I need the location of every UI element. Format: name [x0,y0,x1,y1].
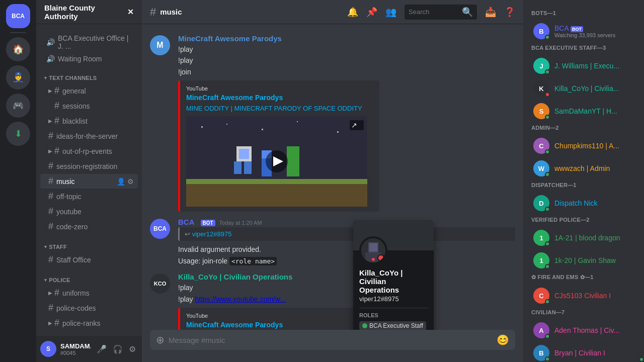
member-chumpkims[interactable]: C Chumpkims110 | A... [527,135,640,157]
server-icon-1[interactable]: 🏠 [6,37,30,61]
member-jwilliams[interactable]: J J. Williams | Execu... [527,55,640,77]
role-dot [362,323,367,328]
hash-icon: # [54,101,59,111]
category-police[interactable]: ▾ POLICE [36,275,142,285]
hash-icon: # [48,254,53,265]
svg-rect-6 [297,121,298,122]
member-avatar-bca: B [533,23,549,39]
member-section-bots: BOTS—1 [523,8,644,18]
channel-bca-executive[interactable]: 🔊 BCA Executive Office | J. ... [40,32,138,52]
message-author-1[interactable]: MineCraft Awesome Parodys [178,34,282,43]
member-name: J. Williams | Execu... [554,62,636,70]
mic-icon[interactable]: 🎤 [95,342,109,356]
channel-waiting-room[interactable]: 🔊 Waiting Room [40,53,138,65]
reply-author[interactable]: viper12#8975 [192,230,232,238]
settings-icon[interactable]: ⚙ [127,177,134,186]
member-samdaman[interactable]: S SamDaManYT | H... [527,100,640,122]
hash-icon: # [48,206,53,217]
speaker-icon: 🔊 [46,55,55,63]
member-section-dispatcher: DISPATCHER—1 [523,180,644,190]
member-avatar: A [533,322,549,338]
channel-police-codes[interactable]: # police-codes [40,301,138,315]
bot-badge: BOT [201,220,215,226]
embed-provider: YouTube [186,85,373,92]
member-1k20[interactable]: 1 1k-20 | Gavin Shaw [527,249,640,272]
server-icon-download[interactable]: ⬇ [6,122,30,146]
headphone-icon[interactable]: 🎧 [111,342,125,356]
channel-sessions[interactable]: # sessions [40,99,138,113]
member-bryan[interactable]: B Bryan | Civilian I [527,342,640,362]
help-icon[interactable]: ❓ [504,7,515,18]
server-icon-2[interactable]: 👮 [6,65,30,89]
channel-name: session-registration [56,162,117,170]
channel-uniforms[interactable]: ▶ # uniforms [40,286,138,300]
avatar-bca[interactable]: BCA [150,219,170,239]
channel-music[interactable]: # music 👤 ⚙ [40,174,138,189]
avatar-minecraft[interactable]: M [150,35,170,55]
channel-blacklist[interactable]: ▶ # blacklist [40,114,138,128]
channel-ideas[interactable]: # ideas-for-the-server [40,129,138,143]
server-icon-bca[interactable]: BCA [6,4,30,28]
search-box[interactable]: 🔍 [405,5,477,20]
member-bca-bot[interactable]: B BCA BOT Watching 33,993 servers [527,20,640,42]
attach-icon[interactable]: ⊕ [156,330,165,350]
message-group-2: BCA BCA BOT Today at 1:20 AM ↩ viper12#8… [142,216,523,268]
member-info: 1k-20 | Gavin Shaw [554,256,636,264]
message-author-2[interactable]: BCA [178,218,195,226]
inbox-icon[interactable]: 📥 [485,7,496,18]
emoji-icon[interactable]: 😊 [497,334,509,346]
members-icon[interactable]: 👥 [385,7,396,18]
embed-title-2[interactable]: MineCraft Awesome Parodys [186,321,378,329]
bell-icon[interactable]: 🔔 [347,7,358,18]
message-input[interactable] [169,330,493,350]
member-cjs5103[interactable]: C CJs5103 Civilian I [527,285,640,307]
status-dot [545,35,550,40]
member-1a21[interactable]: 1 1A-21 | blood dragon [527,227,640,249]
category-label: STAFF [49,244,67,250]
message-meta-3: Killa_CoYo | Civilian Operations [178,273,515,281]
channel-code-zero[interactable]: # code-zero [40,219,138,234]
search-input[interactable] [409,8,459,16]
hash-icon: # [54,318,59,328]
channel-police-ranks[interactable]: ▶ # police-ranks [40,316,138,330]
pin-icon[interactable]: 📌 [366,7,377,18]
member-dispatch-nick[interactable]: D Dispatch Nick [527,192,640,214]
add-member-icon[interactable]: 👤 [125,193,134,201]
embed-title[interactable]: MineCraft Awesome Parodys [186,94,373,102]
user-avatar[interactable]: S [40,341,56,357]
member-wwwzach[interactable]: W wwwzach | Admin [527,157,640,179]
settings-icon[interactable]: ⚙ [127,342,138,356]
member-aden[interactable]: A Aden Thomas | Civ... [527,319,640,341]
svg-rect-2 [186,179,367,184]
embed-subtitle[interactable]: MINE ODDITY | MINECRAFT PARODY OF SPACE … [186,105,373,112]
svg-rect-13 [287,146,299,154]
hash-icon: # [48,221,53,232]
profile-divider [359,308,428,308]
channel-name: Staff Office [56,256,91,264]
embed-provider-2: YouTube [186,313,378,319]
member-name: Chumpkims110 | A... [554,142,636,150]
message-input-area: ⊕ 😊 [142,330,523,362]
server-icon-3[interactable]: 🎮 [6,94,30,118]
server-dropdown-icon: ✕ [127,8,134,17]
channel-session-reg[interactable]: # session-registration [40,159,138,173]
server-header[interactable]: Blaine County Authority ✕ [36,0,142,24]
avatar-killa[interactable]: KCO [150,274,170,294]
channel-out-of-rp[interactable]: ▶ # out-of-rp-events [40,144,138,158]
category-staff[interactable]: ▾ STAFF [36,242,142,252]
add-member-icon[interactable]: 👤 [117,177,125,186]
member-avatar: C [533,288,549,304]
video-thumbnail-1[interactable]: ↗ [186,116,367,207]
channel-general[interactable]: ▶ # general [40,83,138,98]
message-group-1: M MineCraft Awesome Parodys !play !play … [142,32,523,214]
channel-name: youtube [56,208,82,216]
message-time-2: Today at 1:20 AM [219,220,262,226]
message-author-3[interactable]: Killa_CoYo | Civilian Operations [178,273,292,281]
channel-off-topic[interactable]: # off-topic 👤 [40,189,138,204]
channel-staff-office[interactable]: # Staff Office [40,252,138,267]
channel-youtube[interactable]: # youtube [40,204,138,219]
member-killa[interactable]: K Killa_CoYo | Civilia... [527,77,640,100]
member-info: wwwzach | Admin [554,164,636,172]
youtube-link[interactable]: https://www.youtube.com/w... [195,295,286,303]
category-text-channels[interactable]: ▾ TEXT CHANNELS [36,73,142,83]
